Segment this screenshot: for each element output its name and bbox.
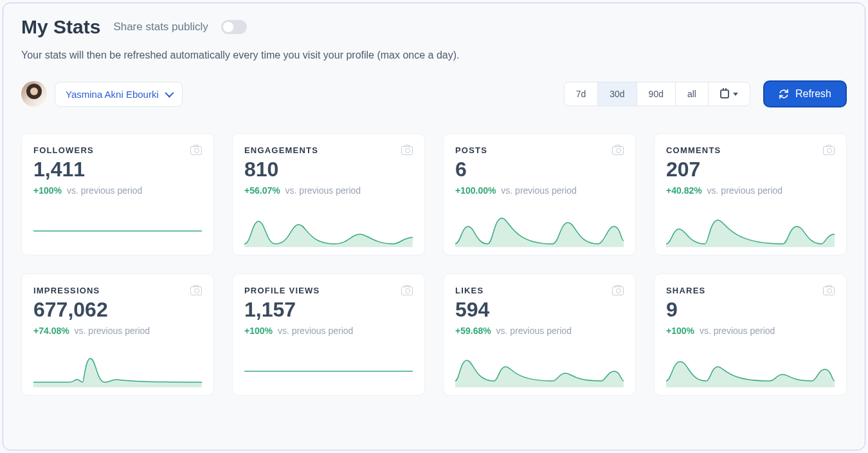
card-vs-label: vs. previous period <box>75 326 150 336</box>
card-followers[interactable]: FOLLOWERS 1,411 +100% vs. previous perio… <box>21 133 214 255</box>
card-delta: +100% <box>244 326 273 336</box>
sparkline <box>244 201 413 247</box>
range-all[interactable]: all <box>676 82 709 106</box>
controls-row: Yasmina Akni Ebourki 7d30d90dall Refresh <box>21 80 847 107</box>
card-vs-label: vs. previous period <box>278 326 354 336</box>
card-impressions[interactable]: IMPRESSIONS 677,062 +74.08% vs. previous… <box>21 273 214 396</box>
card-value: 810 <box>244 158 413 181</box>
card-vs-label: vs. previous period <box>67 185 143 196</box>
card-posts[interactable]: POSTS 6 +100.00% vs. previous period <box>443 133 636 255</box>
card-vs-label: vs. previous period <box>285 185 361 196</box>
card-title: POSTS <box>455 145 487 155</box>
camera-icon[interactable] <box>190 146 202 155</box>
card-engagements[interactable]: ENGAGEMENTS 810 +56.07% vs. previous per… <box>232 133 425 255</box>
range-calendar[interactable] <box>709 82 750 106</box>
user-name: Yasmina Akni Ebourki <box>66 89 159 100</box>
card-title: SHARES <box>666 286 705 295</box>
card-delta: +100% <box>33 185 62 196</box>
camera-icon[interactable] <box>823 286 835 295</box>
camera-icon[interactable] <box>401 146 413 155</box>
card-title: COMMENTS <box>666 145 721 155</box>
stats-panel: My Stats Share stats publicly Your stats… <box>3 3 865 450</box>
card-vs-label: vs. previous period <box>707 185 783 196</box>
refresh-icon <box>779 89 789 99</box>
refresh-button[interactable]: Refresh <box>763 80 847 107</box>
camera-icon[interactable] <box>190 286 202 295</box>
range-7d[interactable]: 7d <box>565 82 599 106</box>
card-profile-views[interactable]: PROFILE VIEWS 1,157 +100% vs. previous p… <box>232 273 425 396</box>
card-delta: +74.08% <box>33 326 69 336</box>
card-delta: +100% <box>666 326 694 336</box>
chevron-down-icon <box>733 93 738 96</box>
card-title: LIKES <box>455 286 484 295</box>
info-text: Your stats will then be refreshed automa… <box>21 50 847 61</box>
stats-grid: FOLLOWERS 1,411 +100% vs. previous perio… <box>21 133 847 396</box>
card-delta: +100.00% <box>455 185 496 196</box>
card-value: 677,062 <box>33 298 202 322</box>
share-toggle-label: Share stats publicly <box>113 21 208 33</box>
card-comments[interactable]: COMMENTS 207 +40.82% vs. previous period <box>654 133 847 255</box>
range-90d[interactable]: 90d <box>637 82 676 106</box>
card-title: PROFILE VIEWS <box>244 286 320 295</box>
page-title: My Stats <box>21 16 100 38</box>
card-value: 207 <box>666 158 835 181</box>
header-row: My Stats Share stats publicly <box>21 16 847 38</box>
card-value: 6 <box>455 158 624 181</box>
share-toggle[interactable] <box>221 20 247 34</box>
camera-icon[interactable] <box>612 286 624 295</box>
sparkline <box>455 341 624 387</box>
card-title: FOLLOWERS <box>33 145 94 155</box>
sparkline <box>33 201 202 247</box>
camera-icon[interactable] <box>823 146 835 155</box>
card-vs-label: vs. previous period <box>700 326 775 336</box>
refresh-label: Refresh <box>795 88 831 100</box>
sparkline <box>666 341 835 387</box>
card-delta: +40.82% <box>666 185 702 196</box>
card-value: 9 <box>666 298 835 322</box>
user-avatar[interactable] <box>21 81 47 107</box>
card-value: 1,157 <box>244 298 413 322</box>
card-shares[interactable]: SHARES 9 +100% vs. previous period <box>654 273 847 396</box>
card-vs-label: vs. previous period <box>496 326 572 336</box>
card-value: 594 <box>455 298 624 322</box>
range-30d[interactable]: 30d <box>598 82 637 106</box>
sparkline <box>244 341 413 387</box>
camera-icon[interactable] <box>401 286 413 295</box>
card-delta: +59.68% <box>455 326 491 336</box>
chevron-down-icon <box>165 89 174 98</box>
date-range-segmented: 7d30d90dall <box>564 82 750 106</box>
sparkline <box>666 201 835 247</box>
camera-icon[interactable] <box>612 146 624 155</box>
user-select-dropdown[interactable]: Yasmina Akni Ebourki <box>55 82 183 107</box>
card-likes[interactable]: LIKES 594 +59.68% vs. previous period <box>443 273 636 396</box>
calendar-icon <box>720 89 729 98</box>
card-vs-label: vs. previous period <box>501 185 577 196</box>
sparkline <box>33 341 202 387</box>
card-delta: +56.07% <box>244 185 280 196</box>
card-title: IMPRESSIONS <box>33 286 100 295</box>
card-title: ENGAGEMENTS <box>244 145 318 155</box>
card-value: 1,411 <box>33 158 202 181</box>
sparkline <box>455 201 624 247</box>
